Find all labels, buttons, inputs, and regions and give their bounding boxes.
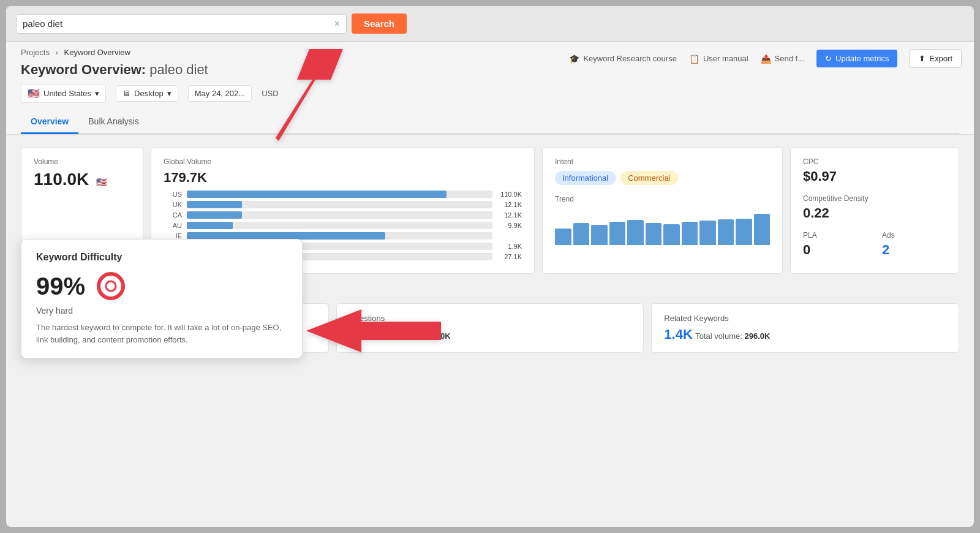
tag-commercial: Commercial — [620, 171, 677, 185]
keyword-difficulty-popup: Keyword Difficulty 99% Very hard The har… — [21, 239, 303, 358]
related-total-value: 296.0K — [745, 331, 771, 341]
filter-row: 🇺🇸 United States ▾ 🖥 Desktop ▾ May 24, 2… — [21, 84, 959, 103]
related-total-label: Total volume: — [695, 331, 744, 341]
export-icon: ⬆ — [919, 54, 925, 63]
questions-total-label: Total volume: — [380, 331, 429, 341]
pla-label: PLA — [803, 231, 867, 240]
bar-value-ca: 12.1K — [497, 211, 522, 219]
keyword-course-link[interactable]: 🎓 Keyword Research course — [569, 54, 676, 64]
questions-total-value: 48.0K — [429, 331, 451, 341]
user-manual-link[interactable]: 📋 User manual — [689, 54, 748, 64]
comp-density-value: 0.22 — [803, 205, 946, 221]
export-button[interactable]: ⬆ Export — [910, 49, 962, 68]
page-title: Keyword Overview: paleo diet — [21, 62, 208, 78]
related-keywords-card: Related Keywords 1.4K Total volume: 296.… — [651, 303, 959, 353]
kd-title: Keyword Difficulty — [36, 252, 287, 263]
pla-item: PLA 0 — [803, 231, 867, 258]
update-metrics-button[interactable]: ↻ Update metrics — [816, 50, 897, 67]
breadcrumb-projects[interactable]: Projects — [21, 48, 50, 57]
trend-section: Trend — [555, 195, 770, 245]
bar-label-us: US — [164, 191, 182, 198]
volume-flag: 🇺🇸 — [96, 177, 107, 187]
bar-outer-au — [187, 222, 492, 229]
send-link-label: Send f... — [775, 54, 804, 63]
trend-bar-9 — [699, 221, 716, 245]
trend-bar-7 — [663, 224, 680, 245]
bar-outer-uk — [187, 201, 492, 208]
bar-row-us: US 110.0K — [164, 191, 522, 198]
pla-value: 0 — [803, 242, 867, 258]
kd-donut-chart — [95, 270, 127, 302]
title-keyword: paleo diet — [149, 62, 208, 77]
date-filter[interactable]: May 24, 202... — [188, 85, 252, 102]
bar-value-us: 110.0K — [497, 191, 522, 198]
trend-bar-3 — [591, 225, 608, 245]
date-label: May 24, 202... — [195, 89, 245, 98]
breadcrumb-separator: › — [56, 48, 58, 57]
ads-item: Ads 2 — [882, 231, 946, 258]
course-link-label: Keyword Research course — [583, 54, 676, 63]
tab-overview[interactable]: Overview — [21, 110, 78, 134]
tabs-row: Overview Bulk Analysis — [21, 110, 959, 134]
related-value[interactable]: 1.4K Total volume: 296.0K — [664, 327, 946, 342]
related-label: Related Keywords — [664, 314, 946, 323]
bar-row-ca: CA 12.1K — [164, 211, 522, 219]
device-filter[interactable]: 🖥 Desktop ▾ — [116, 85, 178, 102]
questions-label: Questions — [349, 314, 631, 323]
kd-percent: 99% — [36, 273, 85, 300]
questions-count: 5.9K — [349, 327, 377, 342]
trend-bars — [555, 208, 770, 245]
bar-value-in: 27.1K — [497, 253, 522, 260]
svg-point-1 — [99, 274, 123, 298]
ads-value: 2 — [882, 242, 946, 258]
search-button[interactable]: Search — [352, 13, 407, 34]
chevron-down-icon: ▾ — [95, 89, 99, 98]
bar-value-uk: 12.1K — [497, 201, 522, 208]
currency-label: USD — [262, 89, 278, 98]
clear-icon[interactable]: × — [334, 18, 340, 29]
kd-value-row: 99% — [36, 270, 287, 302]
bar-value-au: 9.9K — [497, 222, 522, 229]
pla-ads-row: PLA 0 Ads 2 — [803, 231, 946, 258]
search-bar: × Search — [6, 6, 974, 42]
competitive-density-item: Competitive Density 0.22 — [803, 194, 946, 221]
intent-card: Intent Informational Commercial Trend — [542, 147, 783, 274]
title-prefix: Keyword Overview: — [21, 62, 146, 77]
bar-inner-uk — [187, 201, 242, 208]
tag-informational: Informational — [555, 171, 616, 185]
refresh-icon: ↻ — [825, 54, 832, 63]
country-label: United States — [43, 89, 91, 98]
cpc-label: CPC — [803, 157, 946, 166]
trend-label: Trend — [555, 195, 770, 203]
trend-bar-10 — [718, 219, 734, 245]
bar-outer-ca — [187, 211, 492, 219]
cpc-value: $0.97 — [803, 168, 946, 184]
header-top-right: 🎓 Keyword Research course 📋 User manual … — [569, 49, 962, 68]
kd-description: The hardest keyword to compete for. It w… — [36, 322, 287, 346]
bar-inner-ca — [187, 211, 242, 219]
bar-inner-us — [187, 191, 447, 198]
bar-row-au: AU 9.9K — [164, 222, 522, 229]
global-volume-value: 179.7K — [164, 170, 522, 186]
country-flag: 🇺🇸 — [28, 88, 40, 99]
tab-bulk-analysis[interactable]: Bulk Analysis — [78, 110, 148, 134]
kd-hardness-label: Very hard — [36, 306, 287, 316]
desktop-icon: 🖥 — [123, 89, 130, 98]
chevron-down-icon-2: ▾ — [167, 89, 172, 98]
related-count: 1.4K — [664, 327, 692, 342]
trend-bar-8 — [682, 222, 698, 245]
volume-label: Volume — [34, 157, 130, 166]
export-label: Export — [929, 54, 952, 63]
trend-bar-1 — [555, 229, 571, 245]
bar-outer-us — [187, 191, 492, 198]
stats-card: CPC $0.97 Competitive Density 0.22 PLA 0… — [790, 147, 959, 274]
questions-card: Questions 5.9K Total volume: 48.0K — [336, 303, 644, 353]
bar-value-nz: 1.9K — [497, 243, 522, 250]
volume-value: 110.0K 🇺🇸 — [34, 170, 130, 189]
send-link[interactable]: 📤 Send f... — [761, 54, 804, 64]
search-input[interactable] — [23, 18, 330, 29]
trend-bar-4 — [609, 222, 626, 245]
questions-value[interactable]: 5.9K Total volume: 48.0K — [349, 327, 631, 342]
country-filter[interactable]: 🇺🇸 United States ▾ — [21, 84, 106, 103]
comp-density-label: Competitive Density — [803, 194, 946, 203]
